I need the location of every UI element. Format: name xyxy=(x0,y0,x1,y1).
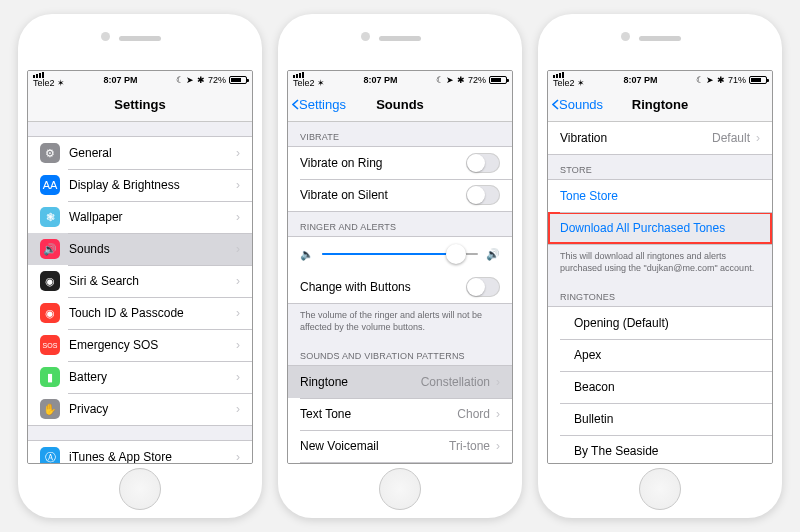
toggle[interactable] xyxy=(466,153,500,173)
volume-low-icon: 🔈 xyxy=(300,248,314,261)
phone-ringtone: Tele2 ✶ 8:07 PM ☾ ➤ ✱ 71% Sounds Rington… xyxy=(538,14,782,518)
chevron-right-icon: › xyxy=(236,146,240,160)
volume-slider[interactable] xyxy=(322,253,478,255)
phone-sounds: Tele2 ✶ 8:07 PM ☾ ➤ ✱ 72% Settings Sound… xyxy=(278,14,522,518)
settings-row[interactable]: ▮Battery› xyxy=(28,361,252,393)
settings-row[interactable]: ⒶiTunes & App Store› xyxy=(28,441,252,463)
row-icon: ❃ xyxy=(40,207,60,227)
ringtone-row[interactable]: Beacon xyxy=(548,371,772,403)
chevron-right-icon: › xyxy=(236,338,240,352)
nav-bar: Settings xyxy=(28,88,252,122)
page-title: Sounds xyxy=(376,97,424,112)
section-header: STORE xyxy=(548,155,772,179)
row-change-buttons[interactable]: Change with Buttons xyxy=(288,271,512,303)
status-bar: Tele2 ✶ 8:07 PM ☾ ➤ ✱ 72% xyxy=(28,71,252,88)
row-vibrate-ring[interactable]: Vibrate on Ring xyxy=(288,147,512,179)
section-header: RINGTONES xyxy=(548,282,772,306)
section-header: SOUNDS AND VIBRATION PATTERNS xyxy=(288,341,512,365)
home-button[interactable] xyxy=(379,468,421,510)
chevron-right-icon: › xyxy=(496,407,500,421)
page-title: Settings xyxy=(114,97,165,112)
chevron-right-icon: › xyxy=(236,178,240,192)
settings-row[interactable]: ✋Privacy› xyxy=(28,393,252,425)
pattern-row[interactable]: Text ToneChord› xyxy=(288,398,512,430)
row-download-purchased[interactable]: Download All Purchased Tones xyxy=(548,212,772,244)
section-footer: This will download all ringtones and ale… xyxy=(548,245,772,282)
home-button[interactable] xyxy=(119,468,161,510)
chevron-right-icon: › xyxy=(756,131,760,145)
chevron-right-icon: › xyxy=(236,370,240,384)
settings-row[interactable]: ◉Touch ID & Passcode› xyxy=(28,297,252,329)
volume-slider-row: 🔈 🔊 xyxy=(288,237,512,271)
row-icon: AA xyxy=(40,175,60,195)
section-footer: The volume of the ringer and alerts will… xyxy=(288,304,512,341)
chevron-right-icon: › xyxy=(236,402,240,416)
settings-row[interactable]: AADisplay & Brightness› xyxy=(28,169,252,201)
row-icon: ⚙︎ xyxy=(40,143,60,163)
nav-bar: Settings Sounds xyxy=(288,88,512,122)
settings-row[interactable]: SOSEmergency SOS› xyxy=(28,329,252,361)
row-icon: SOS xyxy=(40,335,60,355)
row-vibration[interactable]: VibrationDefault› xyxy=(548,122,772,154)
status-bar: Tele2 ✶ 8:07 PM ☾ ➤ ✱ 72% xyxy=(288,71,512,88)
row-icon: ◉ xyxy=(40,271,60,291)
row-vibrate-silent[interactable]: Vibrate on Silent xyxy=(288,179,512,211)
volume-high-icon: 🔊 xyxy=(486,248,500,261)
settings-row[interactable]: ⚙︎General› xyxy=(28,137,252,169)
row-icon: ◉ xyxy=(40,303,60,323)
ringtone-row[interactable]: By The Seaside xyxy=(548,435,772,463)
settings-row[interactable]: 🔊Sounds› xyxy=(28,233,252,265)
status-bar: Tele2 ✶ 8:07 PM ☾ ➤ ✱ 71% xyxy=(548,71,772,88)
chevron-right-icon: › xyxy=(496,375,500,389)
row-icon: ✋ xyxy=(40,399,60,419)
toggle[interactable] xyxy=(466,277,500,297)
page-title: Ringtone xyxy=(632,97,688,112)
chevron-right-icon: › xyxy=(236,306,240,320)
chevron-right-icon: › xyxy=(496,439,500,453)
chevron-right-icon: › xyxy=(236,450,240,463)
row-icon: Ⓐ xyxy=(40,447,60,463)
home-button[interactable] xyxy=(639,468,681,510)
chevron-right-icon: › xyxy=(236,242,240,256)
ringtone-row[interactable]: Bulletin xyxy=(548,403,772,435)
row-icon: ▮ xyxy=(40,367,60,387)
toggle[interactable] xyxy=(466,185,500,205)
settings-row[interactable]: ❃Wallpaper› xyxy=(28,201,252,233)
pattern-row[interactable]: New MailDing› xyxy=(288,462,512,463)
back-button[interactable]: Sounds xyxy=(552,97,603,112)
pattern-row[interactable]: New VoicemailTri-tone› xyxy=(288,430,512,462)
ringtone-row[interactable]: Opening (Default) xyxy=(548,307,772,339)
phone-settings: Tele2 ✶ 8:07 PM ☾ ➤ ✱ 72% Settings ⚙︎Gen… xyxy=(18,14,262,518)
chevron-right-icon: › xyxy=(236,210,240,224)
row-tone-store[interactable]: Tone Store xyxy=(548,180,772,212)
section-header: VIBRATE xyxy=(288,122,512,146)
settings-row[interactable]: ◉Siri & Search› xyxy=(28,265,252,297)
row-icon: 🔊 xyxy=(40,239,60,259)
back-button[interactable]: Settings xyxy=(292,97,346,112)
ringtone-row[interactable]: Apex xyxy=(548,339,772,371)
section-header: RINGER AND ALERTS xyxy=(288,212,512,236)
chevron-right-icon: › xyxy=(236,274,240,288)
nav-bar: Sounds Ringtone xyxy=(548,88,772,122)
pattern-row[interactable]: RingtoneConstellation› xyxy=(288,366,512,398)
